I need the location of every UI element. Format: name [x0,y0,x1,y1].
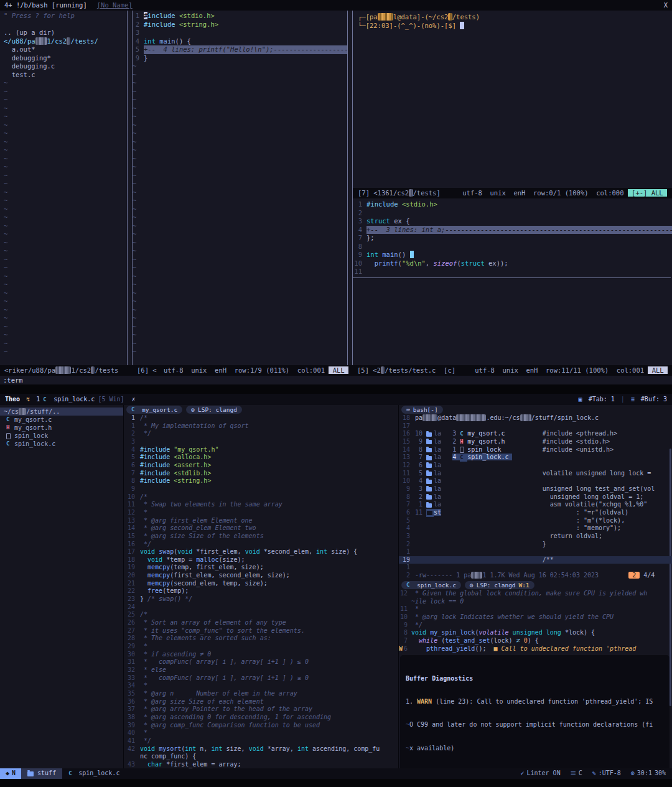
editor-my-qsort[interactable]: C my_qsort.c ⚙ LSP: clangd 1/* 1 * My im… [124,405,399,768]
empty-line: ~ [133,256,347,264]
tree-item-my_qsort.c[interactable]: Cmy_qsort.c [0,416,123,424]
code-line: 5#include <alloca.h> [124,454,398,462]
editor-test-c[interactable]: 1#include <stdio.h> 2#include <string.h>… [133,11,347,365]
editor-test-c-preview[interactable]: 1#include <stdio.h> 2 3struct ex { 4+-- … [353,198,672,365]
line-number: 1 [406,564,410,572]
filetype-icon: ☰ [571,770,576,778]
line-number: 19 [403,556,410,564]
buffer-number: [6] < [137,366,157,375]
bash-terminal-pane[interactable]: ⌨ bash[-] 18pa @data .edu:~/cs /stuff/sp… [399,405,672,580]
tab-spin-lock[interactable]: 1 C spin_lock.c [5 Win] [36,396,124,404]
my-qsort-buffer[interactable]: 1/* 1 * My implementation of qsort 2 */ … [124,414,398,769]
line-number: 28 [128,635,135,643]
warning-sign [399,629,404,637]
line-number: 9 [136,54,139,63]
code-line: 13 7 la 4 Cspin_lock.c [399,454,672,462]
code-line: </u88/pa 1/cs2 /tests/ [4,37,127,46]
empty-line: ~ [133,113,347,121]
line-number: 4 [131,446,135,454]
line-number: 36 [128,698,135,706]
tree-item-spin_lock.c[interactable]: Cspin_lock.c [0,440,123,448]
line-number: 16 [128,541,135,549]
code-line: 2 } [399,541,672,549]
line-number: 15 [403,438,410,446]
warning-sign [399,637,404,645]
line-number: 9 [131,485,135,493]
file-tree-sidebar[interactable]: ~/cs /stuff/.. Cmy_qsort.cHmy_qsort.hspi… [0,405,124,768]
window-separator[interactable] [347,11,353,365]
code-line: 34 * [124,682,398,690]
editor-spin-lock[interactable]: C spin_lock.c ⚙ LSP: clangd W:1 12 * Giv… [399,580,672,768]
empty-line: ~ [4,155,127,164]
line-number: 12 [400,590,408,598]
tree-root-directory[interactable]: ~/cs /stuff/.. [0,407,123,416]
tree-item-my_qsort.h[interactable]: Hmy_qsort.h [0,424,123,432]
code-line: 4#include "my_qsort.h" [124,446,398,454]
code-line: 37 * @arg array Pointer to the head of t… [124,706,398,714]
cwd-segment[interactable]: stuff [21,768,62,779]
code-line: 41 */ [124,737,398,745]
tab-bash-running[interactable]: 4+ !/b/bash [running] [4,1,87,10]
empty-line: ~ [133,281,347,289]
tree-item-label: spin_lock [14,432,48,440]
line-number: 10 [400,613,408,622]
code-line [4,21,127,29]
code-line: 16 */ [124,541,398,549]
file-pill[interactable]: C spin_lock.c [401,581,461,589]
struct-buffer[interactable]: 1#include <stdio.h> 2 3struct ex { 4+-- … [353,200,672,276]
close-icon[interactable]: X [664,1,668,10]
terminal-pill[interactable]: ⌨ bash[-] [401,406,443,414]
tab-no-name[interactable]: [No Name] [97,1,133,10]
tab-close-icon[interactable]: ✗ [132,396,136,404]
empty-line: ~ [4,113,127,121]
lightning-icon: ↯ [26,396,30,404]
file-manager-output[interactable]: 18pa @data .edu:~/cs /stuff/spin_lock.c … [399,414,672,580]
line-number: 9 [358,251,362,259]
code-line: 11 * Swap two elements in the same array [124,501,398,509]
empty-line: ~ [133,138,347,147]
test-c-buffer[interactable]: 1#include <stdio.h> 2#include <string.h>… [133,12,347,356]
line-number: 1 [136,12,139,21]
window-separator[interactable] [127,11,133,365]
code-line: 12 6 la [399,462,672,470]
empty-line: ~ [133,96,347,105]
line-number: 10 [128,493,135,501]
winbar-bash: ⌨ bash[-] [399,405,672,414]
file-pill[interactable]: C my_qsort.c [126,406,182,414]
empty-line: ~ [133,62,347,71]
h-file-icon: H [6,424,14,432]
code-line: 4int main() { [133,37,347,46]
line-number: 30 [128,651,135,659]
line-number: 17 [128,548,135,556]
folded-line: 4+-- 3 lines: int a;--------------------… [353,226,672,235]
empty-line: ~ [4,197,127,205]
netrw-file-explorer[interactable]: " Press ? for help.. (up a dir)</u88/pa … [0,11,127,365]
top-vim-session: 4+ !/b/bash [running] [No Name] X " Pres… [0,0,672,384]
code-line: 18 void *temp = malloc(size); [124,556,398,564]
embedded-terminal[interactable]: ┌─[pa l@data]-(~/cs2 /tests)└─[22:03]-(^… [353,11,672,188]
code-line: 9int main() [353,251,672,259]
winbar-spin-lock: C spin_lock.c ⚙ LSP: clangd W:1 [399,580,672,590]
code-line: 4 : "memory"); [399,524,672,533]
tree-item-spin_lock[interactable]: spin_lock [0,432,123,440]
cursor-location: ⊕30:1 30% [631,770,666,778]
scrollbar[interactable] [670,603,671,706]
line-number: 3 [406,533,410,541]
empty-line: ~ [133,289,347,298]
line-number: 8 [358,243,362,251]
spin-lock-buffer-top[interactable]: 12 * Given the global lock condition, ma… [399,590,672,653]
line-number: 29 [128,643,135,651]
empty-line: ~ [133,314,347,323]
code-line: 18pa @data .edu:~/cs /stuff/spin_lock.c [399,414,672,422]
vim-command-line[interactable]: :term [0,376,672,384]
code-line: 28 * The elements are sorted such as: [124,635,398,643]
c-file-icon: C [406,581,414,589]
right-column: ┌─[pa l@data]-(~/cs2 /tests)└─[22:03]-(^… [353,11,672,365]
winbar-my-qsort: C my_qsort.c ⚙ LSP: clangd [124,405,398,414]
c-file-icon: C [131,406,139,414]
empty-line: ~ [133,172,347,180]
tree-file-list: Cmy_qsort.cHmy_qsort.hspin_lockCspin_loc… [0,416,123,448]
empty-line: ~ [133,264,347,272]
linter-status[interactable]: ✓Linter ON [520,770,560,778]
netrw-file-list[interactable]: " Press ? for help.. (up a dir)</u88/pa … [4,12,127,356]
